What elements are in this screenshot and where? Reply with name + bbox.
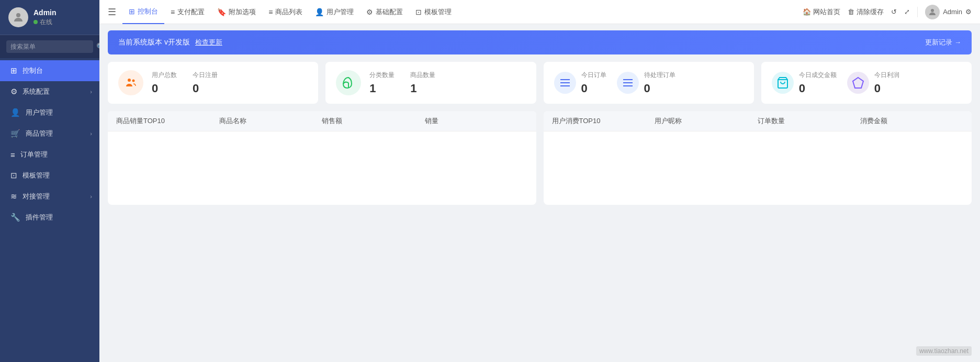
stats-label-2-0: 今日订单: [581, 71, 606, 80]
sidebar-item-label: 订单管理: [20, 150, 48, 159]
stats-item-3-0: 今日成交金额 0: [772, 71, 837, 95]
stats-value-3-0: 0: [799, 82, 837, 95]
product-col-sales: 销售额: [322, 116, 425, 126]
finance-icon-1: [847, 72, 869, 94]
user-table-title: 用户消费TOP10: [552, 116, 655, 126]
topbar-avatar: [925, 5, 940, 19]
product-col-name: 商品名称: [219, 116, 322, 126]
sidebar-item-template-management[interactable]: ⊡ 模板管理: [0, 165, 99, 186]
check-update-link[interactable]: 检查更新: [195, 38, 222, 47]
topbar-nav-user-mgmt[interactable]: 👤用户管理: [309, 0, 360, 24]
topbar-nav-dashboard[interactable]: ⊞控制台: [122, 0, 164, 24]
addon-nav-icon: 🔖: [217, 8, 226, 16]
sidebar-username: Admin: [33, 8, 57, 17]
user-top10-card: 用户消费TOP10 用户昵称 订单数量 消费金额: [544, 111, 972, 205]
plugin-management-icon: 🔧: [10, 213, 20, 222]
stats-value-0-1: 0: [193, 82, 218, 95]
stats-item-3-1: 今日利润 0: [847, 71, 899, 95]
avatar: [8, 7, 28, 27]
system-config-icon: ⚙: [10, 87, 17, 96]
stats-row: 用户总数 0 今日注册 0 分类数量 1 商品数量 1: [108, 62, 972, 104]
update-log-link[interactable]: 更新记录 →: [925, 38, 961, 47]
stats-label-0-1: 今日注册: [193, 71, 218, 80]
stats-value-2-0: 0: [581, 82, 606, 95]
website-home-icon: 🏠: [803, 8, 811, 16]
topbar-website-home[interactable]: 🏠网站首页: [803, 7, 840, 17]
topbar-nav: ⊞控制台≡支付配置🔖附加选项≡商品列表👤用户管理⚙基础配置⊡模板管理: [122, 0, 803, 24]
sidebar-item-system-config[interactable]: ⚙ 系统配置 ›: [0, 81, 99, 102]
stats-item-0-0: 用户总数 0: [152, 71, 177, 95]
sidebar-item-product-management[interactable]: 🛒 商品管理 ›: [0, 123, 99, 144]
user-table-body: [544, 131, 972, 205]
topbar-username: Admin: [943, 8, 962, 16]
topbar-fullscreen[interactable]: ⤢: [904, 8, 910, 16]
version-info: 当前系统版本 v开发版 检查更新: [118, 38, 222, 47]
product-table-body: [108, 131, 536, 205]
dashboard-nav-icon: ⊞: [129, 7, 135, 16]
sidebar-item-label: 对接管理: [22, 192, 50, 201]
refresh-icon: ↺: [891, 8, 897, 16]
product-table-title: 商品销量TOP10: [116, 116, 219, 126]
dashboard-icon: ⊞: [10, 66, 17, 75]
stats-item-1-0: 分类数量 1: [369, 71, 395, 95]
stats-value-3-1: 0: [874, 82, 899, 95]
user-info: Admin 在线: [33, 8, 57, 27]
topbar-clear-cache[interactable]: 🗑清除缓存: [848, 7, 884, 17]
topbar-nav-product-list[interactable]: ≡商品列表: [262, 0, 309, 24]
svg-marker-11: [853, 78, 863, 88]
topbar-nav-addon[interactable]: 🔖附加选项: [211, 0, 262, 24]
payment-config-nav-icon: ≡: [171, 8, 175, 16]
stats-value-0-0: 0: [152, 82, 177, 95]
stats-item-0-1: 今日注册 0: [193, 71, 218, 95]
sidebar: Admin 在线 🔍 ⊞ 控制台 ⚙ 系统配置 › 👤 用户管理 🛒 商品管理 …: [0, 0, 99, 362]
main-area: ☰ ⊞控制台≡支付配置🔖附加选项≡商品列表👤用户管理⚙基础配置⊡模板管理 🏠网站…: [99, 0, 980, 362]
topbar-refresh[interactable]: ↺: [891, 8, 897, 16]
integration-management-icon: ≋: [10, 192, 17, 201]
topbar-nav-basic-config[interactable]: ⚙基础配置: [360, 0, 409, 24]
stats-label-0-0: 用户总数: [152, 71, 177, 80]
topbar-user[interactable]: Admin ⚙: [925, 5, 972, 19]
stats-card-users: 用户总数 0 今日注册 0: [108, 62, 318, 104]
sidebar-search[interactable]: 🔍: [0, 35, 99, 58]
svg-point-0: [16, 13, 20, 17]
stats-card-finance: 今日成交金额 0 今日利润 0: [761, 62, 972, 104]
svg-point-3: [132, 80, 135, 82]
topbar-nav-template-mgmt[interactable]: ⊡模板管理: [409, 0, 458, 24]
orders-icon-0: [554, 72, 576, 94]
topbar-nav-payment-config[interactable]: ≡支付配置: [164, 0, 211, 24]
clear-cache-icon: 🗑: [848, 8, 854, 16]
product-management-icon: 🛒: [10, 129, 20, 138]
topbar: ☰ ⊞控制台≡支付配置🔖附加选项≡商品列表👤用户管理⚙基础配置⊡模板管理 🏠网站…: [99, 0, 980, 24]
users-icon-wrap: [118, 70, 143, 95]
chevron-right-icon: ›: [90, 89, 92, 95]
topbar-right: 🏠网站首页🗑清除缓存↺⤢ Admin ⚙: [803, 5, 972, 19]
sidebar-nav: ⊞ 控制台 ⚙ 系统配置 › 👤 用户管理 🛒 商品管理 › ≡ 订单管理 ⊡ …: [0, 58, 99, 362]
svg-point-1: [931, 9, 934, 12]
stats-value-1-1: 1: [410, 82, 435, 95]
user-col-name: 用户昵称: [655, 116, 758, 126]
stats-label-3-0: 今日成交金额: [799, 71, 837, 80]
orders-icon-1: [617, 72, 639, 94]
stats-item-1-1: 商品数量 1: [410, 71, 435, 95]
stats-card-products: 分类数量 1 商品数量 1: [325, 62, 536, 104]
version-banner: 当前系统版本 v开发版 检查更新 更新记录 →: [108, 30, 972, 54]
sidebar-item-dashboard[interactable]: ⊞ 控制台: [0, 60, 99, 81]
sidebar-item-order-management[interactable]: ≡ 订单管理: [0, 144, 99, 165]
search-input[interactable]: [6, 40, 93, 53]
settings-icon[interactable]: ⚙: [965, 8, 972, 16]
stats-label-3-1: 今日利润: [874, 71, 899, 80]
sidebar-item-integration-management[interactable]: ≋ 对接管理 ›: [0, 186, 99, 207]
sidebar-item-label: 用户管理: [26, 108, 53, 117]
template-mgmt-nav-icon: ⊡: [415, 8, 422, 16]
menu-toggle-icon[interactable]: ☰: [108, 6, 116, 18]
user-mgmt-nav-icon: 👤: [315, 8, 324, 16]
tables-row: 商品销量TOP10 商品名称 销售额 销量 用户消费TOP10 用户昵称 订单数…: [108, 111, 972, 205]
basic-config-nav-icon: ⚙: [366, 8, 373, 16]
fullscreen-icon: ⤢: [904, 8, 910, 16]
stats-value-1-0: 1: [369, 82, 395, 95]
chevron-right-icon: ›: [90, 130, 92, 137]
sidebar-item-user-management[interactable]: 👤 用户管理: [0, 102, 99, 123]
watermark: www.tiaozhan.net: [916, 346, 972, 356]
sidebar-item-plugin-management[interactable]: 🔧 插件管理: [0, 207, 99, 228]
topbar-divider: [917, 7, 918, 17]
